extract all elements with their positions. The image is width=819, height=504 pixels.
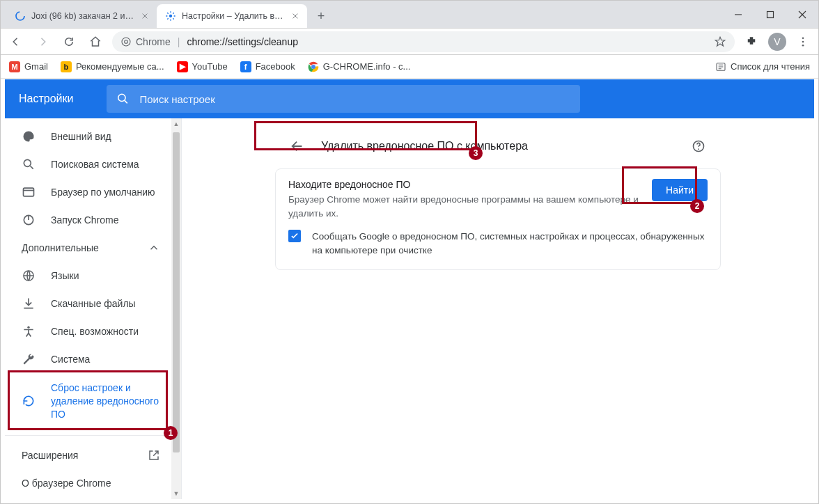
scroll-thumb[interactable] [173, 132, 180, 452]
scroll-up-icon[interactable]: ▲ [171, 118, 181, 129]
svg-point-12 [24, 159, 31, 166]
url-text: chrome://settings/cleanup [187, 36, 298, 47]
svg-point-3 [122, 38, 130, 46]
home-button[interactable] [86, 32, 105, 52]
address-bar[interactable]: Chrome | chrome://settings/cleanup [112, 31, 735, 52]
accessibility-icon [22, 324, 36, 338]
gear-icon [165, 10, 176, 22]
sidebar-scrollbar[interactable]: ▲ ▼ [171, 118, 181, 499]
minimize-button[interactable] [722, 1, 754, 29]
youtube-icon: ▶ [177, 61, 188, 72]
new-tab-button[interactable]: + [311, 6, 331, 26]
svg-point-11 [118, 94, 125, 101]
restore-icon [22, 394, 36, 408]
annotation-badge-1: 1 [164, 426, 178, 440]
power-icon [22, 213, 36, 227]
search-icon [116, 92, 130, 106]
sidebar-item-downloads[interactable]: Скачанные файлы [5, 290, 171, 317]
settings-search[interactable] [107, 85, 580, 113]
sidebar-item-default-browser[interactable]: Браузер по умолчанию [5, 178, 171, 206]
site-info-chip[interactable]: Chrome [120, 36, 171, 47]
sidebar-item-languages[interactable]: Языки [5, 262, 171, 290]
window-controls [722, 1, 818, 28]
svg-point-1 [169, 15, 172, 17]
sidebar-item-label: Внешний вид [51, 131, 111, 142]
sidebar-item-appearance[interactable]: Внешний вид [5, 123, 171, 150]
back-button[interactable] [6, 32, 26, 52]
sidebar-group-advanced[interactable]: Дополнительные [5, 234, 171, 262]
sidebar-item-label: Сброс настроек и удаление вредоносного П… [51, 381, 171, 421]
scroll-down-icon[interactable]: ▼ [171, 488, 181, 499]
close-icon[interactable] [292, 13, 299, 19]
reading-list-button[interactable]: Список для чтения [715, 61, 810, 72]
settings-search-input[interactable] [139, 93, 570, 105]
sidebar-group-label: Дополнительные [22, 242, 99, 253]
bookmark-gchrome[interactable]: G-CHROME.info - c... [308, 61, 411, 72]
report-checkbox[interactable] [288, 230, 301, 242]
chevron-up-icon [148, 242, 160, 254]
sidebar-item-reset-cleanup[interactable]: Сброс настроек и удаление вредоносного П… [5, 373, 171, 430]
svg-point-16 [27, 326, 29, 329]
tab-joxi[interactable]: Joxi (96 kb) закачан 2 июня 202… [6, 4, 157, 28]
bookmark-label: Facebook [256, 61, 295, 72]
sidebar-item-search-engine[interactable]: Поисковая система [5, 150, 171, 178]
avatar-letter: V [774, 36, 780, 47]
tab-title: Joxi (96 kb) закачан 2 июня 202… [31, 11, 136, 21]
window-titlebar: Joxi (96 kb) закачан 2 июня 202… Настрой… [1, 1, 818, 29]
close-window-button[interactable] [786, 1, 818, 29]
cleanup-card: Находите вредоносное ПО Браузер Chrome м… [275, 168, 721, 270]
extensions-button[interactable] [742, 32, 761, 52]
forward-button[interactable] [33, 32, 52, 52]
close-icon[interactable] [141, 13, 148, 19]
sidebar-item-label: Запуск Chrome [51, 214, 118, 226]
search-icon [22, 157, 36, 171]
sidebar-item-label: Языки [51, 270, 79, 281]
open-external-icon [148, 449, 160, 462]
svg-point-6 [802, 40, 804, 42]
globe-icon [22, 269, 36, 283]
sidebar-item-label: Поисковая система [51, 159, 139, 170]
bookmark-star-icon[interactable] [714, 36, 726, 48]
sidebar-item-label: О браузере Chrome [22, 478, 111, 489]
reading-list-icon [715, 61, 726, 72]
sidebar-item-about[interactable]: О браузере Chrome [5, 469, 171, 497]
settings-sidebar: Внешний вид Поисковая система Браузер по… [5, 118, 182, 499]
sidebar-item-accessibility[interactable]: Спец. возможности [5, 317, 171, 345]
tab-settings[interactable]: Настройки – Удалить вредонос… [157, 4, 307, 28]
bookmark-facebook[interactable]: fFacebook [240, 61, 295, 72]
sidebar-item-extensions[interactable]: Расширения [5, 441, 171, 469]
sidebar-item-startup[interactable]: Запуск Chrome [5, 206, 171, 234]
sidebar-item-label: Спец. возможности [51, 326, 139, 337]
sidebar-item-label: Скачанные файлы [51, 298, 136, 309]
bookmark-recommended[interactable]: bРекомендуемые са... [61, 61, 164, 72]
bookmark-label: Рекомендуемые са... [76, 61, 164, 72]
reload-button[interactable] [59, 32, 79, 52]
check-icon [290, 231, 299, 241]
profile-avatar[interactable]: V [768, 33, 786, 51]
maximize-button[interactable] [754, 1, 786, 29]
bookmark-youtube[interactable]: ▶YouTube [177, 61, 228, 72]
back-arrow-button[interactable] [285, 134, 310, 159]
cleanup-section-desc: Браузер Chrome может найти вредоносные п… [288, 193, 639, 220]
loading-spinner-icon [15, 10, 26, 22]
omnibox-separator: | [178, 36, 180, 47]
bookmarks-bar: MGmail bРекомендуемые са... ▶YouTube fFa… [1, 55, 818, 79]
page-title: Удалить вредоносное ПО с компьютера [321, 140, 675, 152]
svg-point-9 [311, 65, 315, 69]
bing-icon: b [61, 61, 72, 72]
download-icon [22, 297, 36, 310]
settings-title: Настройки [19, 93, 73, 105]
sidebar-item-system[interactable]: Система [5, 345, 171, 373]
settings-main: Удалить вредоносное ПО с компьютера Нахо… [182, 118, 814, 499]
annotation-badge-2: 2 [690, 199, 704, 213]
bookmark-label: G-CHROME.info - c... [323, 61, 411, 72]
report-checkbox-label: Сообщать Google о вредоносном ПО, систем… [312, 230, 708, 257]
bookmark-label: YouTube [192, 61, 228, 72]
bookmark-gmail[interactable]: MGmail [9, 61, 48, 72]
find-button[interactable]: Найти [652, 179, 708, 201]
palette-icon [22, 129, 36, 143]
sidebar-item-label: Расширения [22, 450, 78, 461]
svg-rect-2 [767, 11, 774, 17]
kebab-menu-icon[interactable] [793, 32, 813, 52]
help-button[interactable] [686, 134, 711, 159]
